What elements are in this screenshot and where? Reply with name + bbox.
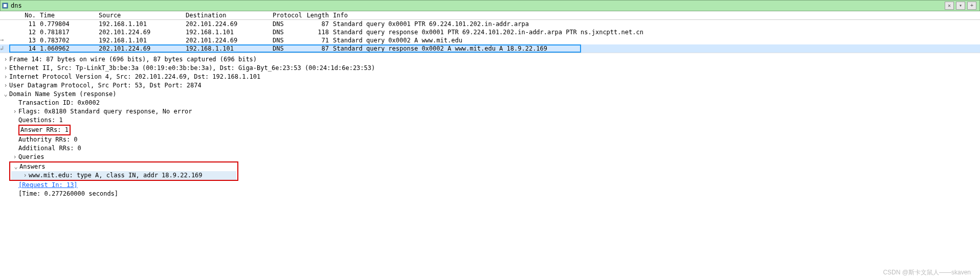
col-header-time[interactable]: Time bbox=[40, 12, 99, 19]
tree-udp[interactable]: ›User Datagram Protocol, Src Port: 53, D… bbox=[2, 81, 980, 90]
cell-src: 202.101.224.69 bbox=[99, 29, 186, 36]
tree-ethernet[interactable]: ›Ethernet II, Src: Tp-LinkT_3b:be:3a (00… bbox=[2, 64, 980, 73]
cell-info: Standard query response 0x0002 A www.mit… bbox=[333, 45, 980, 52]
cell-len: 87 bbox=[306, 20, 333, 28]
cell-dst: 192.168.1.101 bbox=[186, 29, 273, 36]
bookmark-icon[interactable] bbox=[2, 2, 9, 9]
cell-src: 202.101.224.69 bbox=[99, 45, 186, 52]
display-filter-bar[interactable]: ✕ ▾ + bbox=[0, 0, 980, 11]
tree-answers[interactable]: ⌄Answers bbox=[11, 162, 236, 171]
packet-details-tree[interactable]: ›Frame 14: 87 bytes on wire (696 bits), … bbox=[0, 53, 980, 202]
cell-proto: DNS bbox=[273, 20, 306, 28]
tree-label: Ethernet II, Src: Tp-LinkT_3b:be:3a (00:… bbox=[9, 64, 375, 73]
tree-label: Frame 14: 87 bytes on wire (696 bits), 8… bbox=[9, 55, 257, 64]
tree-label: [Time: 0.277260000 seconds] bbox=[18, 190, 118, 198]
packet-row-selected[interactable]: ↲ 14 1.060962 202.101.224.69 192.168.1.1… bbox=[0, 44, 980, 53]
highlight-box: Answer RRs: 1 bbox=[18, 125, 71, 135]
tree-link[interactable]: [Request In: 13] bbox=[18, 181, 78, 190]
col-header-no[interactable]: No. bbox=[0, 12, 40, 19]
tree-label: Authority RRs: 0 bbox=[18, 135, 78, 144]
caret-right-icon[interactable]: › bbox=[2, 81, 9, 90]
cell-proto: DNS bbox=[273, 37, 306, 44]
add-filter-button[interactable]: + bbox=[967, 2, 976, 10]
tree-authority-rrs[interactable]: ·Authority RRs: 0 bbox=[2, 135, 980, 144]
filter-dropdown-button[interactable]: ▾ bbox=[956, 2, 965, 10]
tree-request-in[interactable]: ·[Request In: 13] bbox=[2, 181, 980, 190]
tree-label: Queries bbox=[18, 153, 44, 161]
packet-list-header: No. Time Source Destination Protocol Len… bbox=[0, 11, 980, 20]
tree-label: Flags: 0x8180 Standard query response, N… bbox=[18, 107, 192, 116]
cell-time: 0.779804 bbox=[40, 20, 99, 28]
cell-info: Standard query 0x0002 A www.mit.edu bbox=[333, 37, 980, 44]
tree-label: Internet Protocol Version 4, Src: 202.10… bbox=[9, 73, 260, 81]
tree-answer-record[interactable]: ›www.mit.edu: type A, class IN, addr 18.… bbox=[11, 171, 236, 180]
tree-answer-rrs[interactable]: ·Answer RRs: 1 bbox=[2, 125, 980, 135]
tree-label: Additional RRs: 0 bbox=[18, 144, 81, 153]
tree-label: User Datagram Protocol, Src Port: 53, Ds… bbox=[9, 81, 202, 90]
tree-transaction-id[interactable]: ·Transaction ID: 0x0002 bbox=[2, 99, 980, 107]
tree-queries[interactable]: ›Queries bbox=[2, 153, 980, 161]
display-filter-input[interactable] bbox=[11, 2, 943, 9]
caret-right-icon[interactable]: › bbox=[2, 73, 9, 81]
svg-rect-1 bbox=[4, 4, 7, 7]
packet-list[interactable]: 11 0.779804 192.168.1.101 202.101.224.69… bbox=[0, 20, 980, 53]
tree-label: www.mit.edu: type A, class IN, addr 18.9… bbox=[29, 171, 203, 180]
tree-label: Answer RRs: 1 bbox=[20, 126, 69, 133]
cell-no: 11 bbox=[0, 20, 40, 28]
cell-len: 118 bbox=[306, 29, 333, 36]
cell-proto: DNS bbox=[273, 45, 306, 52]
highlight-box-answers: ⌄Answers ›www.mit.edu: type A, class IN,… bbox=[9, 161, 238, 181]
tree-questions[interactable]: ·Questions: 1 bbox=[2, 116, 980, 125]
col-header-len[interactable]: Length bbox=[306, 12, 333, 19]
cell-len: 87 bbox=[306, 45, 333, 52]
cell-src: 192.168.1.101 bbox=[99, 20, 186, 28]
tree-dns[interactable]: ⌄Domain Name System (response) bbox=[2, 90, 980, 99]
clear-filter-button[interactable]: ✕ bbox=[945, 2, 954, 10]
tree-label: Questions: 1 bbox=[18, 116, 63, 125]
tree-ip[interactable]: ›Internet Protocol Version 4, Src: 202.1… bbox=[2, 73, 980, 81]
cell-dst: 202.101.224.69 bbox=[186, 37, 273, 44]
tree-label: Transaction ID: 0x0002 bbox=[18, 99, 100, 107]
cell-time: 0.781817 bbox=[40, 29, 99, 36]
caret-down-icon[interactable]: ⌄ bbox=[12, 162, 19, 171]
tree-label: Answers bbox=[19, 162, 46, 171]
cell-time: 1.060962 bbox=[40, 45, 99, 52]
cell-dst: 192.168.1.101 bbox=[186, 45, 273, 52]
caret-right-icon[interactable]: › bbox=[11, 107, 18, 116]
caret-down-icon[interactable]: ⌄ bbox=[2, 90, 9, 99]
col-header-info[interactable]: Info bbox=[333, 12, 980, 19]
tree-response-time[interactable]: ·[Time: 0.277260000 seconds] bbox=[2, 190, 980, 198]
cell-dst: 202.101.224.69 bbox=[186, 20, 273, 28]
tree-frame[interactable]: ›Frame 14: 87 bytes on wire (696 bits), … bbox=[2, 55, 980, 64]
tree-additional-rrs[interactable]: ·Additional RRs: 0 bbox=[2, 144, 980, 153]
col-header-dst[interactable]: Destination bbox=[186, 12, 273, 19]
cell-info: Standard query response 0x0001 PTR 69.22… bbox=[333, 29, 980, 36]
current-packet-icon: ↲ bbox=[0, 44, 9, 52]
caret-right-icon[interactable]: › bbox=[11, 153, 18, 161]
cell-no: 12 bbox=[0, 29, 40, 36]
packet-row[interactable]: → 13 0.783702 192.168.1.101 202.101.224.… bbox=[0, 36, 980, 44]
cell-time: 0.783702 bbox=[40, 37, 99, 44]
col-header-proto[interactable]: Protocol bbox=[273, 12, 306, 19]
cell-info: Standard query 0x0001 PTR 69.224.101.202… bbox=[333, 20, 980, 28]
packet-row[interactable]: 11 0.779804 192.168.1.101 202.101.224.69… bbox=[0, 20, 980, 28]
caret-right-icon[interactable]: › bbox=[2, 55, 9, 64]
cell-len: 71 bbox=[306, 37, 333, 44]
col-header-src[interactable]: Source bbox=[99, 12, 186, 19]
cell-proto: DNS bbox=[273, 29, 306, 36]
caret-right-icon[interactable]: › bbox=[2, 64, 9, 73]
tree-label: Domain Name System (response) bbox=[9, 90, 117, 99]
tree-flags[interactable]: ›Flags: 0x8180 Standard query response, … bbox=[2, 107, 980, 116]
packet-row[interactable]: 12 0.781817 202.101.224.69 192.168.1.101… bbox=[0, 28, 980, 36]
related-packet-icon: → bbox=[0, 36, 9, 43]
cell-src: 192.168.1.101 bbox=[99, 37, 186, 44]
caret-right-icon[interactable]: › bbox=[21, 171, 29, 180]
